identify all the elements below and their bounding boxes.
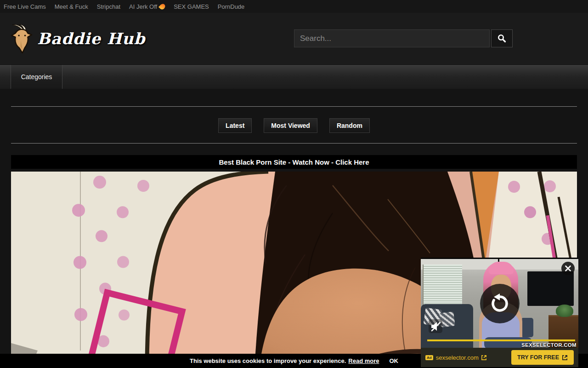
topbar-link-stripchat[interactable]: Stripchat bbox=[97, 3, 120, 10]
magnifier-icon bbox=[498, 34, 506, 43]
cookie-ok-button[interactable]: OK bbox=[390, 357, 399, 364]
cookie-read-more-link[interactable]: Read more bbox=[348, 357, 379, 364]
ad-mute-button[interactable] bbox=[429, 319, 442, 333]
ad-progress-bar[interactable] bbox=[427, 339, 575, 341]
ad-close-button[interactable] bbox=[561, 262, 575, 275]
tab-latest[interactable]: Latest bbox=[218, 118, 252, 133]
search-bar bbox=[294, 29, 513, 47]
site-logo[interactable]: Baddie Hub bbox=[9, 24, 145, 53]
replay-icon bbox=[489, 293, 511, 315]
tab-most-viewed[interactable]: Most Viewed bbox=[264, 118, 317, 133]
nav-item-categories[interactable]: Categories bbox=[11, 65, 62, 89]
search-button[interactable] bbox=[491, 29, 513, 47]
fire-icon bbox=[158, 3, 166, 11]
search-input[interactable] bbox=[294, 29, 490, 47]
tab-random[interactable]: Random bbox=[329, 118, 370, 133]
external-link-icon bbox=[562, 355, 568, 361]
scene-chair bbox=[521, 318, 533, 337]
close-icon bbox=[565, 265, 571, 271]
separator bbox=[11, 106, 577, 107]
topbar-link-free-live-cams[interactable]: Free Live Cams bbox=[4, 3, 46, 10]
topbar-link-porndude[interactable]: PornDude bbox=[218, 3, 245, 10]
ad-replay-button[interactable] bbox=[480, 284, 520, 323]
ad-badge: Ad bbox=[425, 355, 433, 360]
main-nav: Categories bbox=[0, 64, 588, 89]
video-ad-overlay: SEXSELECTOR.COM Ad sexselector.com TRY F… bbox=[421, 258, 578, 367]
external-link-icon bbox=[481, 355, 487, 361]
separator bbox=[11, 143, 577, 144]
topbar-link-sex-games[interactable]: SEX GAMES bbox=[174, 3, 209, 10]
scene-person-bangs bbox=[489, 262, 514, 274]
top-link-bar: Free Live Cams Meet & Fuck Stripchat AI … bbox=[0, 0, 588, 13]
ad-watermark: SEXSELECTOR.COM bbox=[521, 342, 577, 348]
ad-info-bar: Ad sexselector.com TRY FOR FREE bbox=[421, 348, 578, 367]
scene-plant bbox=[556, 305, 573, 317]
muted-speaker-icon bbox=[430, 321, 441, 332]
topbar-link-meet-and-fuck[interactable]: Meet & Fuck bbox=[55, 3, 88, 10]
sort-tabs: Latest Most Viewed Random bbox=[11, 118, 577, 133]
ad-cta-button[interactable]: TRY FOR FREE bbox=[511, 350, 574, 365]
promo-banner-link[interactable]: Best Black Porn Site - Watch Now - Click… bbox=[11, 155, 577, 169]
site-name: Baddie Hub bbox=[37, 29, 145, 48]
scene-tv bbox=[527, 271, 574, 306]
ad-advertiser-link[interactable]: sexselector.com bbox=[436, 354, 487, 361]
cookie-message: This website uses cookies to improve you… bbox=[190, 357, 346, 364]
topbar-link-ai-jerk-off[interactable]: AI Jerk Off bbox=[129, 3, 165, 10]
goat-icon bbox=[9, 24, 34, 53]
site-header: Baddie Hub bbox=[0, 13, 588, 64]
ad-video-player[interactable]: SEXSELECTOR.COM bbox=[421, 258, 578, 348]
